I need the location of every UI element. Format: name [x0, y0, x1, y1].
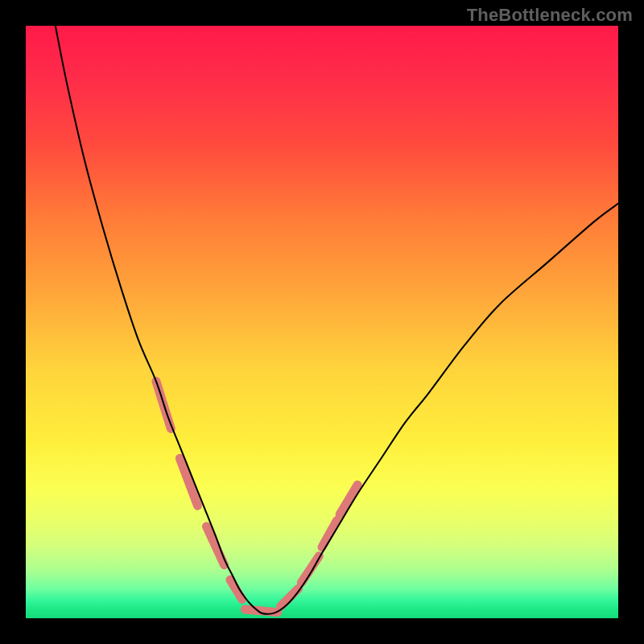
overlay-segment	[280, 588, 298, 606]
curve-layer	[26, 26, 618, 618]
overlay-segment	[206, 526, 224, 565]
overlay-segment	[245, 609, 277, 613]
overlay-segment	[340, 485, 357, 514]
overlay-segments	[156, 382, 357, 613]
overlay-segment	[301, 556, 319, 583]
chart-frame: TheBottleneck.com	[0, 0, 644, 644]
watermark-text: TheBottleneck.com	[467, 5, 633, 26]
overlay-segment	[322, 521, 336, 547]
plot-area	[26, 26, 618, 618]
